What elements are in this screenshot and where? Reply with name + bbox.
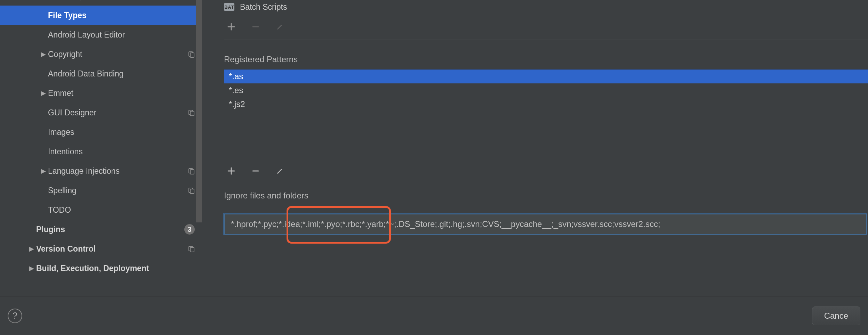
sidebar-item-label: Images — [48, 128, 195, 137]
sidebar-item-version-control[interactable]: ▶Version Control — [0, 239, 202, 259]
remove-pattern-button[interactable] — [250, 166, 261, 176]
dialog-footer: ? Cance — [0, 296, 868, 335]
pattern-list[interactable]: *.as*.es*.js2 — [224, 69, 868, 160]
sidebar-scrollbar[interactable] — [196, 0, 202, 222]
project-level-icon — [188, 109, 195, 116]
filetype-row[interactable]: BAT Batch Scripts — [224, 0, 868, 14]
cancel-button[interactable]: Cance — [812, 307, 860, 325]
bat-file-icon: BAT — [224, 3, 234, 11]
svg-rect-1 — [190, 53, 194, 57]
sidebar-item-label: TODO — [48, 205, 195, 215]
edit-pattern-button[interactable] — [275, 166, 285, 176]
pattern-item[interactable]: *.js2 — [224, 97, 868, 111]
sidebar-item-label: Intentions — [48, 147, 195, 156]
expand-icon[interactable]: ▶ — [39, 50, 48, 58]
filetypes-toolbar — [224, 14, 868, 38]
patterns-toolbar — [224, 160, 868, 182]
sidebar-item-label: GUI Designer — [48, 108, 184, 117]
sidebar-item-label: Android Data Binding — [48, 69, 195, 79]
sidebar-item-android-layout-editor[interactable]: Android Layout Editor — [0, 25, 202, 44]
vertical-splitter[interactable] — [202, 0, 214, 296]
settings-sidebar: Live TemplatesFile TypesAndroid Layout E… — [0, 0, 202, 296]
sidebar-item-copyright[interactable]: ▶Copyright — [0, 44, 202, 64]
svg-rect-9 — [190, 247, 194, 252]
sidebar-item-todo[interactable]: TODO — [0, 200, 202, 220]
sidebar-item-label: Language Injections — [48, 166, 184, 176]
sidebar-item-label: Spelling — [48, 186, 184, 195]
sidebar-item-label: Live Templates — [48, 0, 195, 1]
sidebar-item-build-execution-deployment[interactable]: ▶Build, Execution, Deployment — [0, 259, 202, 278]
project-level-icon — [188, 245, 195, 252]
sidebar-item-plugins[interactable]: Plugins3 — [0, 220, 202, 239]
add-pattern-button[interactable] — [226, 166, 236, 176]
sidebar-item-android-data-binding[interactable]: Android Data Binding — [0, 64, 202, 83]
expand-icon[interactable]: ▶ — [39, 89, 48, 97]
update-count-badge: 3 — [184, 224, 195, 235]
sidebar-item-label: File Types — [48, 11, 195, 20]
project-level-icon — [188, 187, 195, 194]
sidebar-item-language-injections[interactable]: ▶Language Injections — [0, 161, 202, 181]
sidebar-item-label: Emmet — [48, 89, 195, 98]
svg-rect-5 — [190, 170, 194, 174]
add-filetype-button[interactable] — [226, 22, 236, 32]
edit-filetype-button[interactable] — [275, 22, 285, 32]
sidebar-item-images[interactable]: Images — [0, 122, 202, 142]
expand-icon[interactable]: ▶ — [27, 245, 36, 253]
pattern-item[interactable]: *.es — [224, 83, 868, 97]
help-button[interactable]: ? — [8, 309, 22, 323]
project-level-icon — [188, 168, 195, 174]
svg-rect-3 — [190, 111, 194, 116]
sidebar-item-live-templates[interactable]: Live Templates — [0, 0, 202, 6]
sidebar-item-spelling[interactable]: Spelling — [0, 181, 202, 200]
registered-patterns-label: Registered Patterns — [224, 55, 868, 64]
expand-icon[interactable]: ▶ — [27, 264, 36, 272]
sidebar-item-file-types[interactable]: File Types — [0, 6, 202, 25]
settings-main-panel: BAT Batch Scripts Registered Patterns *.… — [214, 0, 868, 296]
sidebar-item-emmet[interactable]: ▶Emmet — [0, 83, 202, 103]
svg-rect-7 — [190, 189, 194, 194]
project-level-icon — [188, 51, 195, 58]
sidebar-item-label: Version Control — [36, 244, 184, 254]
pattern-item[interactable]: *.as — [224, 70, 868, 83]
ignore-files-input[interactable] — [224, 214, 867, 235]
remove-filetype-button[interactable] — [250, 22, 261, 32]
ignore-files-label: Ignore files and folders — [224, 191, 868, 201]
sidebar-item-label: Build, Execution, Deployment — [36, 264, 195, 273]
sidebar-item-label: Android Layout Editor — [48, 30, 195, 40]
expand-icon[interactable]: ▶ — [39, 167, 48, 175]
sidebar-item-label: Copyright — [48, 50, 184, 59]
sidebar-item-gui-designer[interactable]: GUI Designer — [0, 103, 202, 122]
sidebar-item-intentions[interactable]: Intentions — [0, 142, 202, 161]
sidebar-item-label: Plugins — [36, 225, 184, 234]
filetype-label: Batch Scripts — [240, 2, 287, 12]
